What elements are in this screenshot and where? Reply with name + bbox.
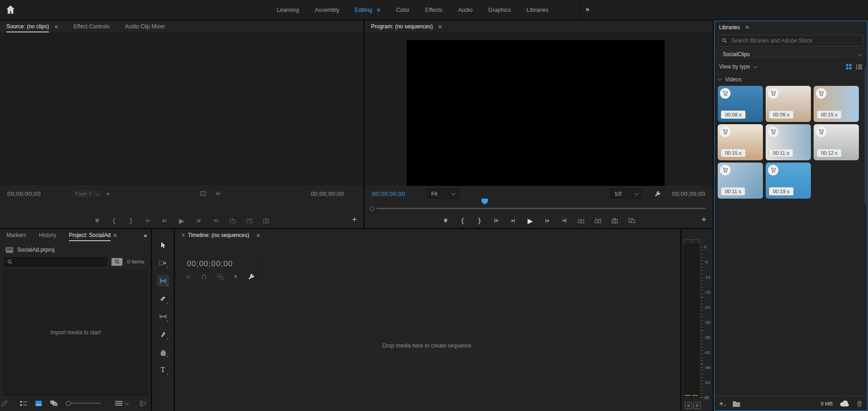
- source-panel-menu-icon[interactable]: ≡: [54, 23, 58, 30]
- icon-view-icon[interactable]: [35, 400, 42, 406]
- mark-out-icon[interactable]: }: [127, 217, 135, 224]
- solo-left-button[interactable]: S: [685, 402, 692, 409]
- stock-cart-icon[interactable]: [768, 126, 778, 137]
- program-settings-wrench-icon[interactable]: [654, 190, 661, 197]
- overwrite-icon[interactable]: [246, 217, 253, 224]
- export-frame-icon[interactable]: [611, 218, 619, 224]
- go-to-out-icon[interactable]: [212, 217, 219, 224]
- extract-icon[interactable]: [594, 217, 602, 224]
- go-to-in-icon[interactable]: [493, 217, 500, 224]
- tab-effect-controls[interactable]: Effect Controls: [74, 23, 109, 30]
- source-page-play-icon[interactable]: ▶: [107, 191, 111, 196]
- stock-cart-icon[interactable]: [720, 126, 730, 137]
- video-card[interactable]: 00:26 s: [766, 86, 811, 122]
- tab-color[interactable]: Color: [396, 7, 410, 13]
- add-content-button[interactable]: +: [719, 400, 726, 407]
- list-view-icon[interactable]: [856, 64, 863, 70]
- view-by-type-label[interactable]: View by type: [719, 63, 750, 70]
- drag-audio-icon[interactable]: [215, 190, 222, 197]
- tab-effects[interactable]: Effects: [425, 7, 443, 13]
- mark-out-icon[interactable]: }: [476, 217, 483, 224]
- timeline-settings-wrench-icon[interactable]: [248, 273, 255, 280]
- slip-tool[interactable]: [157, 311, 169, 322]
- button-editor-icon[interactable]: +: [701, 216, 706, 224]
- go-to-out-icon[interactable]: [561, 217, 568, 224]
- project-bin-area[interactable]: Import media to start: [4, 270, 147, 395]
- zoom-slider[interactable]: [66, 401, 101, 406]
- add-marker-icon[interactable]: [94, 218, 101, 224]
- scrubber-track[interactable]: [376, 208, 705, 209]
- tab-audio-clip-mixer[interactable]: Audio Clip Mixer:: [125, 23, 166, 30]
- tab-program[interactable]: Program: (no sequences): [371, 23, 433, 30]
- comparison-view-icon[interactable]: [628, 217, 635, 224]
- tab-editing[interactable]: Editing: [355, 7, 372, 13]
- delete-trash-icon[interactable]: [857, 400, 863, 407]
- button-editor-icon[interactable]: +: [352, 216, 357, 224]
- video-card[interactable]: 00:15 s: [814, 86, 859, 122]
- automate-to-sequence-icon[interactable]: [140, 400, 148, 406]
- step-back-icon[interactable]: [161, 218, 169, 224]
- project-search-input[interactable]: [5, 257, 107, 266]
- video-card[interactable]: 00:08 s: [718, 86, 763, 122]
- zoom-slider-track[interactable]: [71, 403, 101, 404]
- library-select[interactable]: SocialClips: [715, 48, 867, 60]
- libraries-scrollbar[interactable]: [865, 67, 866, 204]
- tab-markers[interactable]: Markers: [6, 232, 26, 238]
- stock-cart-icon[interactable]: [720, 165, 730, 175]
- video-card[interactable]: 00:15 s: [718, 124, 763, 160]
- linked-selection-icon[interactable]: [217, 274, 224, 280]
- razor-tool[interactable]: [157, 293, 169, 305]
- tab-history[interactable]: History: [39, 232, 56, 238]
- pen-tool[interactable]: [157, 328, 169, 340]
- tab-learning[interactable]: Learning: [277, 7, 299, 13]
- mark-in-icon[interactable]: {: [111, 217, 118, 224]
- timeline-drop-zone[interactable]: Drop media here to create sequence.: [175, 280, 680, 411]
- tab-audio[interactable]: Audio: [458, 7, 473, 13]
- libraries-search-input[interactable]: [730, 37, 860, 44]
- project-panel-menu-icon[interactable]: ≡: [113, 232, 117, 239]
- tab-libraries[interactable]: Libraries: [527, 7, 549, 13]
- tab-project[interactable]: Project: SocialAd: [69, 232, 111, 238]
- ripple-edit-tool[interactable]: [157, 275, 169, 287]
- export-frame-icon[interactable]: [263, 218, 270, 224]
- list-view-icon[interactable]: [20, 400, 27, 406]
- new-library-folder-icon[interactable]: [732, 400, 741, 407]
- videos-section-header[interactable]: Videos: [715, 73, 867, 85]
- lift-icon[interactable]: [577, 217, 585, 224]
- cloud-sync-icon[interactable]: [839, 400, 850, 407]
- program-zoom-select[interactable]: Fit: [427, 189, 459, 199]
- sort-icon[interactable]: [115, 400, 128, 406]
- zoom-slider-knob[interactable]: [66, 401, 71, 406]
- close-panel-icon[interactable]: ×: [181, 232, 185, 239]
- step-forward-icon[interactable]: [544, 218, 551, 224]
- timeline-timecode[interactable]: 00;00;00;00: [187, 259, 233, 269]
- tab-timeline[interactable]: Timeline: (no sequences): [188, 232, 249, 238]
- timeline-marker-icon[interactable]: [233, 274, 238, 279]
- stock-cart-icon[interactable]: [720, 88, 730, 99]
- go-to-in-icon[interactable]: [144, 217, 152, 224]
- insert-icon[interactable]: [229, 217, 236, 224]
- play-icon[interactable]: ▶: [527, 217, 534, 224]
- mark-in-icon[interactable]: {: [459, 217, 466, 224]
- freeform-view-icon[interactable]: [50, 400, 58, 406]
- stock-cart-icon[interactable]: [768, 165, 778, 175]
- tab-assembly[interactable]: Assembly: [315, 7, 339, 13]
- find-button[interactable]: [111, 258, 122, 266]
- home-icon[interactable]: [5, 5, 16, 15]
- chevron-down-icon[interactable]: [753, 64, 757, 68]
- type-tool[interactable]: T: [157, 364, 169, 376]
- panel-overflow-icon[interactable]: »: [144, 232, 147, 239]
- track-select-forward-tool[interactable]: [157, 257, 169, 269]
- step-back-icon[interactable]: [510, 218, 517, 224]
- workspace-overflow-icon[interactable]: »: [586, 5, 590, 13]
- video-card[interactable]: 00:19 s: [766, 163, 811, 199]
- project-file-row[interactable]: SocialAd.prproj: [0, 244, 151, 256]
- step-forward-icon[interactable]: [195, 218, 202, 224]
- tab-source[interactable]: Source: (no clips): [6, 23, 49, 30]
- program-scrubber[interactable]: [365, 202, 713, 213]
- timeline-panel-menu-icon[interactable]: ≡: [256, 232, 260, 239]
- selection-tool[interactable]: [157, 239, 169, 251]
- add-marker-icon[interactable]: [442, 218, 450, 224]
- source-page-select[interactable]: Page 1: [71, 189, 102, 199]
- drag-video-icon[interactable]: [200, 190, 206, 197]
